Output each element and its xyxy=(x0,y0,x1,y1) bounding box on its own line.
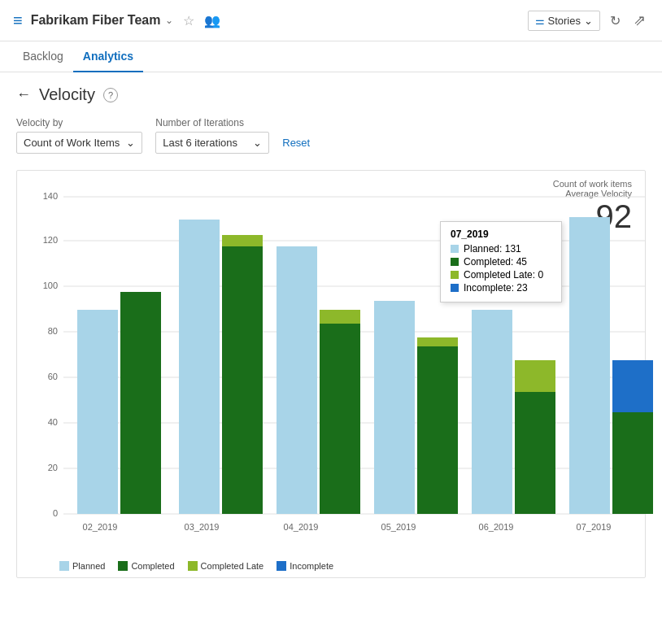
legend-completed-late: Completed Late xyxy=(188,561,264,571)
legend-completed-late-icon xyxy=(188,561,198,571)
iterations-value: Last 6 iterations xyxy=(163,137,237,149)
bar-04-completed xyxy=(320,324,360,514)
svg-text:02_2019: 02_2019 xyxy=(83,522,118,532)
legend-incomplete: Incomplete xyxy=(277,561,333,571)
team-chevron-icon[interactable]: ⌄ xyxy=(165,15,173,26)
svg-text:0: 0 xyxy=(53,508,58,518)
chart-legend: Planned Completed Completed Late Incompl… xyxy=(27,561,635,571)
svg-text:140: 140 xyxy=(43,191,58,201)
legend-completed-icon xyxy=(118,561,128,571)
bar-06-planned xyxy=(472,310,512,514)
bar-06-completed xyxy=(515,392,555,514)
chart-area: 0 20 40 60 80 100 120 140 02_2019 xyxy=(27,189,635,555)
velocity-by-filter: Velocity by Count of Work Items ⌄ xyxy=(16,117,142,154)
tab-backlog[interactable]: Backlog xyxy=(13,41,73,72)
tooltip-completed-late-value: Completed Late: 0 xyxy=(464,269,543,281)
legend-completed-late-label: Completed Late xyxy=(201,561,264,571)
velocity-by-label: Velocity by xyxy=(16,117,142,128)
legend-incomplete-icon xyxy=(277,561,286,571)
tooltip-row-completed-late: Completed Late: 0 xyxy=(451,269,551,281)
bar-05-completed-late xyxy=(417,337,458,346)
bar-02-completed xyxy=(120,292,161,514)
velocity-by-value: Count of Work Items xyxy=(24,137,120,149)
team-members-icon[interactable]: 👥 xyxy=(204,13,220,28)
bar-05-planned xyxy=(374,301,415,514)
svg-text:05_2019: 05_2019 xyxy=(381,522,416,532)
svg-text:06_2019: 06_2019 xyxy=(479,522,514,532)
nav-tabs: Backlog Analytics xyxy=(0,41,662,72)
refresh-button[interactable]: ↻ xyxy=(607,10,624,32)
iterations-filter: Number of Iterations Last 6 iterations ⌄ xyxy=(155,117,269,154)
bar-04-planned xyxy=(277,246,317,514)
page-title: Velocity xyxy=(39,85,95,104)
tooltip-planned-value: Planned: 131 xyxy=(464,243,521,255)
svg-text:60: 60 xyxy=(48,372,58,381)
tooltip-planned-icon xyxy=(451,245,459,253)
bar-06-completed-late xyxy=(515,360,555,392)
header-actions: ⚌ Stories ⌄ ↻ ⇗ xyxy=(528,8,649,33)
bar-07-incomplete xyxy=(612,360,653,412)
bar-07-planned xyxy=(569,217,610,514)
tooltip-row-completed: Completed: 45 xyxy=(451,256,551,268)
stories-chevron-icon: ⌄ xyxy=(584,15,593,27)
tooltip-title: 07_2019 xyxy=(451,228,551,240)
legend-planned: Planned xyxy=(59,561,105,571)
tooltip-completed-value: Completed: 45 xyxy=(464,256,527,268)
app-icon: ≡ xyxy=(13,11,23,30)
svg-text:04_2019: 04_2019 xyxy=(284,522,319,532)
legend-incomplete-label: Incomplete xyxy=(290,561,333,571)
bar-02-planned xyxy=(77,310,118,514)
stories-label: Stories xyxy=(548,15,581,27)
app-header: ≡ Fabrikam Fiber Team ⌄ ☆ 👥 ⚌ Stories ⌄ … xyxy=(0,0,662,41)
filters-row: Velocity by Count of Work Items ⌄ Number… xyxy=(16,117,646,154)
reset-button[interactable]: Reset xyxy=(282,137,310,149)
stories-button[interactable]: ⚌ Stories ⌄ xyxy=(528,11,600,31)
svg-text:40: 40 xyxy=(48,417,58,427)
bar-03-completed-late xyxy=(222,235,263,246)
tooltip-row-incomplete: Incomplete: 23 xyxy=(451,282,551,294)
team-name: Fabrikam Fiber Team xyxy=(31,13,161,28)
velocity-by-chevron-icon: ⌄ xyxy=(126,137,135,149)
svg-text:20: 20 xyxy=(48,463,58,472)
svg-text:80: 80 xyxy=(48,326,58,336)
svg-text:03_2019: 03_2019 xyxy=(185,522,220,532)
tooltip-completed-icon xyxy=(451,258,459,266)
back-button[interactable]: ← xyxy=(16,86,31,103)
iterations-chevron-icon: ⌄ xyxy=(253,137,262,149)
expand-button[interactable]: ⇗ xyxy=(630,8,649,33)
legend-planned-label: Planned xyxy=(72,561,105,571)
iterations-label: Number of Iterations xyxy=(155,117,269,128)
bar-03-planned xyxy=(179,220,220,514)
favorite-icon[interactable]: ☆ xyxy=(183,13,194,28)
tooltip-completed-late-icon xyxy=(451,271,459,279)
tooltip-incomplete-icon xyxy=(451,284,459,292)
velocity-chart: Count of work items Average Velocity 92 xyxy=(16,170,646,578)
legend-planned-icon xyxy=(59,561,69,571)
svg-text:120: 120 xyxy=(43,235,58,245)
bar-04-completed-late xyxy=(320,310,360,324)
page-content: ← Velocity ? Velocity by Count of Work I… xyxy=(0,72,662,591)
page-header: ← Velocity ? xyxy=(16,85,646,104)
legend-completed: Completed xyxy=(118,561,174,571)
velocity-by-select[interactable]: Count of Work Items ⌄ xyxy=(16,132,142,154)
legend-completed-label: Completed xyxy=(131,561,174,571)
bar-03-completed xyxy=(222,246,263,514)
tooltip-row-planned: Planned: 131 xyxy=(451,243,551,255)
bar-07-completed xyxy=(612,412,653,514)
stories-icon: ⚌ xyxy=(535,15,545,27)
tooltip-incomplete-value: Incomplete: 23 xyxy=(464,282,528,294)
iterations-select[interactable]: Last 6 iterations ⌄ xyxy=(155,132,269,154)
bar-05-completed xyxy=(417,346,458,514)
help-icon[interactable]: ? xyxy=(103,88,118,102)
metric-label1: Count of work items xyxy=(553,179,632,189)
svg-text:07_2019: 07_2019 xyxy=(577,522,612,532)
tab-analytics[interactable]: Analytics xyxy=(73,41,143,72)
chart-tooltip: 07_2019 Planned: 131 Completed: 45 Compl… xyxy=(440,221,562,302)
svg-text:100: 100 xyxy=(43,281,58,290)
